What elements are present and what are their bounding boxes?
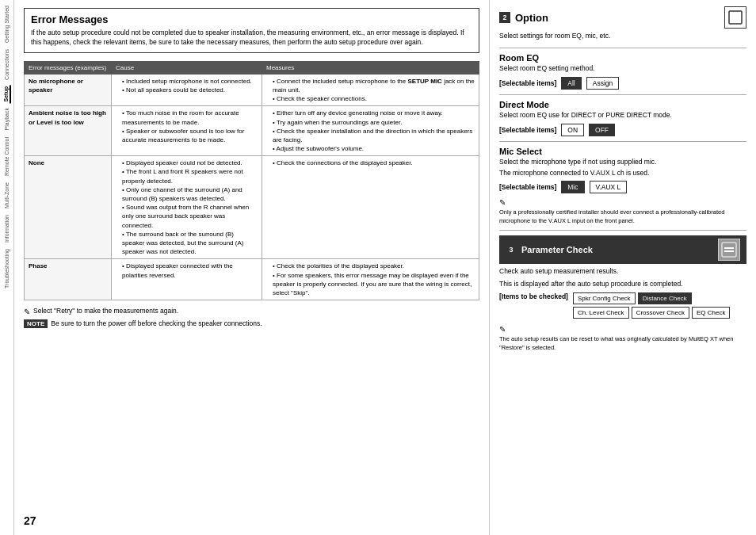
cause-cell: Displayed speaker connected with the pol… — [112, 259, 262, 300]
direct-mode-desc: Select room EQ use for DIRECT or PURE DI… — [499, 111, 746, 120]
direct-mode-btn-on[interactable]: ON — [561, 124, 584, 136]
param-check-desc: Check auto setup measurement results. — [499, 267, 746, 277]
option-section-header: 2 Option — [499, 6, 746, 29]
direct-mode-selectable-label: [Selectable items] — [499, 126, 556, 134]
room-eq-selectable-row: [Selectable items] All Assign — [499, 77, 746, 90]
check-btn-distance[interactable]: Distance Check — [638, 292, 692, 304]
table-row: Ambient noise is too high or Level is to… — [25, 106, 479, 156]
param-pencil-icon: ✎ — [499, 325, 506, 334]
right-panel: 2 Option Select settings for room EQ, mi… — [490, 0, 756, 535]
room-eq-btn-all[interactable]: All — [561, 77, 581, 90]
mic-pencil-icon: ✎ — [499, 198, 506, 207]
measures-cell: Check the polarities of the displayed sp… — [262, 259, 479, 300]
sidebar-item-troubleshooting[interactable]: Troubleshooting — [3, 247, 10, 290]
mic-select-btn-mic[interactable]: Mic — [561, 181, 584, 193]
table-row: Phase Displayed speaker connected with t… — [25, 259, 479, 300]
direct-mode-title: Direct Mode — [499, 100, 746, 109]
error-cell: None — [25, 156, 112, 259]
table-row: No microphone or speaker Included setup … — [25, 74, 479, 106]
svg-rect-1 — [722, 243, 736, 257]
mic-pencil-note: ✎ — [499, 198, 746, 207]
sidebar-item-remote-control[interactable]: Remote Control — [3, 136, 10, 178]
option-section-desc: Select settings for room EQ, mic, etc. — [499, 32, 746, 41]
room-eq-selectable-label: [Selectable items] — [499, 79, 556, 87]
mic-select-selectable-label: [Selectable items] — [499, 183, 556, 191]
items-check-label: [Items to be checked] — [499, 292, 568, 300]
sidebar-item-setup[interactable]: Setup — [2, 85, 11, 103]
room-eq-desc: Select room EQ setting method. — [499, 64, 746, 74]
option-section-icon — [724, 6, 746, 29]
direct-mode-selectable-row: [Selectable items] ON OFF — [499, 124, 746, 136]
param-check-number: 3 — [506, 244, 517, 255]
check-btn-ch-level[interactable]: Ch. Level Check — [573, 307, 629, 319]
error-box-title: Error Messages — [31, 13, 472, 25]
param-check-icon — [718, 239, 740, 261]
check-btn-crossover[interactable]: Crossover Check — [632, 307, 689, 319]
mic-note-text: Only a professionally certified installe… — [499, 208, 746, 225]
mic-select-title: Mic Select — [499, 147, 746, 156]
sidebar-item-information[interactable]: Information — [3, 213, 10, 244]
error-cell: No microphone or speaker — [25, 74, 112, 106]
param-check-header: 3 Parameter Check — [499, 235, 746, 264]
error-box-text: If the auto setup procedure could not be… — [31, 29, 472, 48]
mic-select-selectable-row: [Selectable items] Mic V.AUX L — [499, 181, 746, 193]
divider-3 — [499, 141, 746, 142]
left-panel: Error Messages If the auto setup procedu… — [14, 0, 490, 535]
cause-cell: Too much noise in the room for accurate … — [112, 106, 262, 156]
error-cell: Ambient noise is too high or Level is to… — [25, 106, 112, 156]
mic-select-desc: Select the microphone type if not using … — [499, 158, 746, 167]
param-check-desc2: This is displayed after the auto setup p… — [499, 280, 746, 289]
measures-cell: Either turn off any device generating no… — [262, 106, 479, 156]
cause-cell: Included setup microphone is not connect… — [112, 74, 262, 106]
mic-select-btn-vaux[interactable]: V.AUX L — [590, 181, 628, 193]
error-table: Error messages (examples) Cause Measures… — [24, 61, 479, 300]
direct-mode-btn-off[interactable]: OFF — [589, 124, 615, 136]
option-section-title: Option — [515, 12, 548, 24]
room-eq-btn-assign[interactable]: Assign — [586, 77, 620, 90]
retry-note-text: Select "Retry" to make the measurements … — [33, 307, 178, 315]
check-buttons-container: Spkr Config Check Distance Check Ch. Lev… — [573, 292, 746, 319]
sidebar-item-multi-zone[interactable]: Multi-Zone — [3, 181, 10, 210]
sidebar-item-getting-started[interactable]: Getting Started — [3, 4, 10, 44]
svg-rect-0 — [729, 11, 742, 24]
main-content: Error Messages If the auto setup procedu… — [14, 0, 756, 535]
table-header-error: Error messages (examples) — [25, 61, 112, 74]
divider-2 — [499, 94, 746, 95]
svg-rect-3 — [724, 250, 734, 252]
note-text: Be sure to turn the power off before che… — [51, 319, 262, 327]
retry-note-row: ✎ Select "Retry" to make the measurement… — [24, 307, 479, 316]
table-header-cause: Cause — [112, 61, 262, 74]
note-row: NOTE Be sure to turn the power off befor… — [24, 319, 479, 328]
table-row: None Displayed speaker could not be dete… — [25, 156, 479, 259]
error-box: Error Messages If the auto setup procedu… — [24, 8, 479, 53]
check-btn-spkr-config[interactable]: Spkr Config Check — [573, 292, 636, 304]
room-eq-title: Room EQ — [499, 53, 746, 63]
check-btn-eq[interactable]: EQ Check — [692, 307, 730, 319]
svg-rect-2 — [724, 247, 734, 249]
page-number: 27 — [24, 514, 36, 527]
divider-4 — [499, 230, 746, 231]
mic-select-desc2: The microphone connected to V.AUX L ch i… — [499, 169, 746, 178]
measures-cell: Check the connections of the displayed s… — [262, 156, 479, 259]
divider-1 — [499, 48, 746, 48]
sidebar: Getting Started Connections Setup Playba… — [0, 0, 14, 535]
param-note-text: The auto setup results can be reset to w… — [499, 335, 746, 352]
cause-cell: Displayed speaker could not be detected.… — [112, 156, 262, 259]
items-check-row: [Items to be checked] Spkr Config Check … — [499, 292, 746, 319]
sidebar-item-playback[interactable]: Playback — [3, 106, 10, 132]
option-section-number: 2 — [499, 12, 510, 23]
measures-cell: Connect the included setup microphone to… — [262, 74, 479, 106]
param-check-title: Parameter Check — [521, 245, 713, 254]
table-header-measures: Measures — [262, 61, 479, 74]
pencil-icon: ✎ — [24, 308, 30, 316]
param-pencil-note: ✎ — [499, 325, 746, 334]
sidebar-item-connections[interactable]: Connections — [3, 48, 10, 82]
error-cell: Phase — [25, 259, 112, 300]
note-badge: NOTE — [24, 319, 48, 328]
